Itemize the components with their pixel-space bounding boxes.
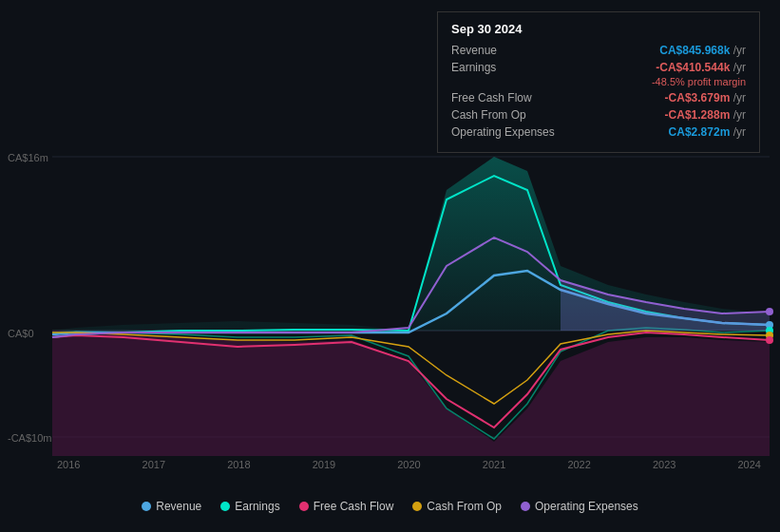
y-axis-zero: CA$0: [8, 328, 34, 339]
x-label-2019: 2019: [313, 459, 335, 470]
x-label-2016: 2016: [57, 459, 80, 470]
legend-earnings[interactable]: Earnings: [220, 500, 279, 513]
tooltip-earnings-value: -CA$410.544k /yr: [656, 61, 746, 74]
legend-opex-label: Operating Expenses: [535, 500, 638, 513]
svg-point-7: [766, 336, 773, 344]
legend-revenue-dot: [142, 502, 151, 511]
svg-point-4: [766, 308, 773, 315]
x-label-2020: 2020: [397, 459, 420, 470]
tooltip-opex-value: CA$2.872m /yr: [669, 125, 746, 139]
x-label-2024: 2024: [738, 459, 761, 470]
tooltip-opex-label: Operating Expenses: [451, 125, 555, 139]
chart-legend: Revenue Earnings Free Cash Flow Cash Fro…: [0, 500, 780, 513]
tooltip-title: Sep 30 2024: [451, 22, 746, 36]
legend-cashop[interactable]: Cash From Op: [412, 500, 502, 513]
x-label-2021: 2021: [483, 459, 505, 470]
tooltip-earnings: Earnings -CA$410.544k /yr: [451, 61, 746, 74]
x-label-2022: 2022: [567, 459, 590, 470]
tooltip-opex: Operating Expenses CA$2.872m /yr: [451, 125, 746, 139]
legend-fcf-dot: [299, 502, 309, 511]
tooltip-cashop-label: Cash From Op: [451, 108, 526, 122]
legend-earnings-dot: [220, 502, 230, 511]
legend-cashop-label: Cash From Op: [427, 500, 502, 513]
legend-revenue[interactable]: Revenue: [142, 500, 201, 513]
legend-revenue-label: Revenue: [156, 500, 201, 513]
tooltip-margin: -48.5% profit margin: [451, 76, 746, 87]
tooltip-revenue-value: CA$845.968k /yr: [659, 44, 746, 57]
x-label-2017: 2017: [143, 459, 165, 470]
tooltip-panel: Sep 30 2024 Revenue CA$845.968k /yr Earn…: [437, 11, 760, 153]
x-label-2023: 2023: [653, 459, 675, 470]
tooltip-revenue: Revenue CA$845.968k /yr: [451, 44, 746, 57]
tooltip-cashop: Cash From Op -CA$1.288m /yr: [451, 108, 746, 122]
x-label-2018: 2018: [227, 459, 250, 470]
y-axis-top: CA$16m: [8, 152, 48, 163]
y-axis-bottom: -CA$10m: [8, 432, 51, 444]
tooltip-cashop-value: -CA$1.288m /yr: [665, 108, 746, 122]
tooltip-revenue-label: Revenue: [451, 44, 497, 57]
legend-earnings-label: Earnings: [235, 500, 279, 513]
tooltip-fcf-value: -CA$3.679m /yr: [665, 91, 746, 104]
legend-fcf-label: Free Cash Flow: [314, 500, 394, 513]
tooltip-fcf-label: Free Cash Flow: [451, 91, 532, 104]
legend-opex-dot: [521, 502, 530, 511]
tooltip-fcf: Free Cash Flow -CA$3.679m /yr: [451, 91, 746, 104]
tooltip-earnings-label: Earnings: [451, 61, 496, 74]
legend-fcf[interactable]: Free Cash Flow: [299, 500, 394, 513]
legend-cashop-dot: [412, 502, 422, 511]
legend-opex[interactable]: Operating Expenses: [521, 500, 638, 513]
x-axis: 2016 2017 2018 2019 2020 2021 2022 2023 …: [0, 459, 780, 470]
